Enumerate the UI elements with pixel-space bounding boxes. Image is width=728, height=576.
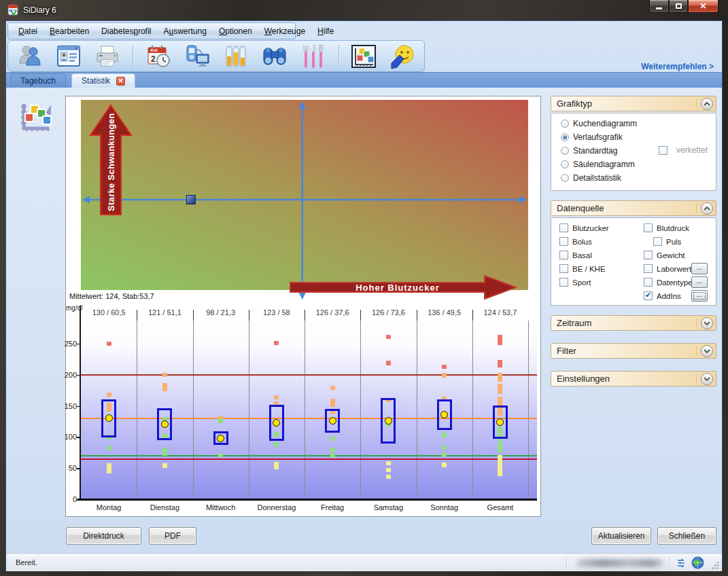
column-header-donnerstag: 123 / 58 [249,308,305,318]
checkbox-datentypen[interactable] [644,278,653,287]
feedback-icon[interactable] [389,43,416,70]
datenquelle-header[interactable]: Datenquelle [551,200,716,216]
checkbox-row-gewicht[interactable]: Gewicht [644,251,685,259]
data-point [274,442,279,446]
statistics-sidebar-icon[interactable] [17,100,52,138]
column-separator [472,321,473,498]
expand-chevron-icon[interactable] [701,373,713,385]
menu-item-diabetesprofil[interactable]: Diabetesprofil [95,24,157,38]
checkbox-row-basal[interactable]: Basal [559,251,592,259]
more-button-datentypen[interactable]: ... [691,276,708,288]
radio-detailstatistik[interactable] [561,174,569,182]
checkbox-bolus[interactable] [559,237,568,246]
radio-standardtag[interactable] [561,147,569,155]
grafiktyp-header[interactable]: Grafiktyp [551,96,716,111]
minimize-button[interactable] [649,0,669,13]
menu-item-hilfe[interactable]: Hilfe [311,24,340,38]
food-icon[interactable] [300,43,327,70]
checkbox-sport[interactable] [559,278,568,287]
collapse-chevron-icon[interactable] [701,202,713,215]
collapse-chevron-icon[interactable] [701,98,713,110]
radio-verlaufsgrafik[interactable] [561,133,569,141]
datenquelle-title: Datenquelle [557,203,604,213]
data-point [442,463,447,467]
menu-item-datei[interactable]: Datei [12,24,44,38]
checkbox-blutdruck[interactable] [644,223,653,232]
checkbox-blutzucker[interactable] [559,223,568,232]
statistics-icon[interactable] [350,43,377,70]
globe-icon[interactable] [691,556,704,572]
checkbox-row-sport[interactable]: Sport [559,278,591,287]
device-sync-icon[interactable] [184,43,211,70]
binoculars-icon[interactable] [261,43,288,70]
checkbox-addins[interactable] [644,291,653,300]
checkbox-label: Datentypen [657,278,697,287]
data-point [107,342,111,346]
toolbar-separator [339,45,339,68]
radio-option-standardtag[interactable]: Standardtagverkettet [551,144,716,158]
x-label-mittwoch: Mittwoch [193,503,249,513]
tab-tagebuch[interactable]: Tagebuch [10,73,66,88]
verkettet-checkbox[interactable] [659,146,668,155]
checkbox-row-datentypen[interactable]: Datentypen [644,278,697,287]
checkbox-row-addins[interactable]: AddIns [644,291,681,300]
panel-grafiktyp: GrafiktypKuchendiagrammVerlaufsgrafikSta… [551,96,716,191]
pdf-button[interactable]: PDF [149,527,196,545]
schliessen-button[interactable]: Schließen [657,527,716,545]
maximize-button[interactable] [669,0,688,13]
blurred-username [576,559,663,567]
close-button[interactable]: ✕ [688,0,718,13]
checkbox-gewicht[interactable] [644,251,653,259]
checkbox-row-be-khe[interactable]: BE / KHE [559,264,606,273]
direktdruck-button[interactable]: Direktdruck [66,527,141,545]
panel-filter: Filter [551,343,716,359]
client-area: DateiBearbeitenDiabetesprofilAuswertungO… [5,20,723,571]
column-separator [137,321,137,498]
checkbox-row-blutdruck[interactable]: Blutdruck [644,223,689,232]
checkbox-puls[interactable] [653,237,662,246]
svg-text:2: 2 [151,54,156,64]
radio-säulendiagramm[interactable] [561,160,569,168]
data-point [162,373,167,377]
profile-card-icon[interactable] [55,43,82,70]
radio-label: Standardtag [573,146,617,156]
aktualisieren-button[interactable]: Aktualisieren [591,527,651,545]
tab-close-icon[interactable]: ✕ [116,77,125,86]
resize-grip[interactable] [711,560,720,573]
users-icon[interactable] [16,43,44,70]
more-button-addins[interactable]: ... [691,290,708,302]
radio-option-verlaufsgrafik[interactable]: Verlaufsgrafik [551,130,716,144]
test-tubes-icon[interactable] [222,43,249,70]
radio-option-detailstatistik[interactable]: Detailstatistik [551,171,716,185]
einstellungen-header[interactable]: Einstellungen [551,371,716,386]
menu-item-optionen[interactable]: Optionen [213,24,258,38]
sync-icon[interactable] [676,558,687,571]
column-header-dienstag: 121 / 51,1 [137,308,192,318]
more-button-laborwerte[interactable]: ... [691,263,708,274]
checkbox-basal[interactable] [559,251,568,259]
reference-line-64 [81,458,537,460]
calendar-icon[interactable]: AUG2 [145,43,172,70]
radio-option-kuchendiagramm[interactable]: Kuchendiagramm [551,117,716,130]
radio-option-säulendiagramm[interactable]: Säulendiagramm [551,158,716,171]
zeitraum-header[interactable]: Zeitraum [551,315,716,331]
expand-chevron-icon[interactable] [701,345,713,357]
checkbox-label: Bolus [572,238,592,246]
expand-chevron-icon[interactable] [701,317,713,329]
tab-statistik[interactable]: Statistik✕ [71,73,135,88]
checkbox-laborwerte[interactable] [644,264,653,273]
checkbox-be-khe[interactable] [559,264,568,273]
column-header-freitag: 126 / 37,6 [305,308,360,318]
filter-header[interactable]: Filter [551,343,716,359]
checkbox-row-puls[interactable]: Puls [653,237,681,246]
menu-item-werkzeuge[interactable]: Werkzeuge [258,24,311,38]
recommend-link[interactable]: Weiterempfehlen > [641,62,714,71]
checkbox-row-blutzucker[interactable]: Blutzucker [559,223,609,232]
checkbox-row-bolus[interactable]: Bolus [559,237,592,246]
radio-kuchendiagramm[interactable] [561,120,569,128]
checkbox-row-laborwerte[interactable]: Laborwerte [644,264,696,273]
menu-item-auswertung[interactable]: Auswertung [158,24,213,38]
printer-icon[interactable] [94,43,121,70]
grafiktyp-title: Grafiktyp [557,98,592,109]
menu-item-bearbeiten[interactable]: Bearbeiten [44,24,95,38]
